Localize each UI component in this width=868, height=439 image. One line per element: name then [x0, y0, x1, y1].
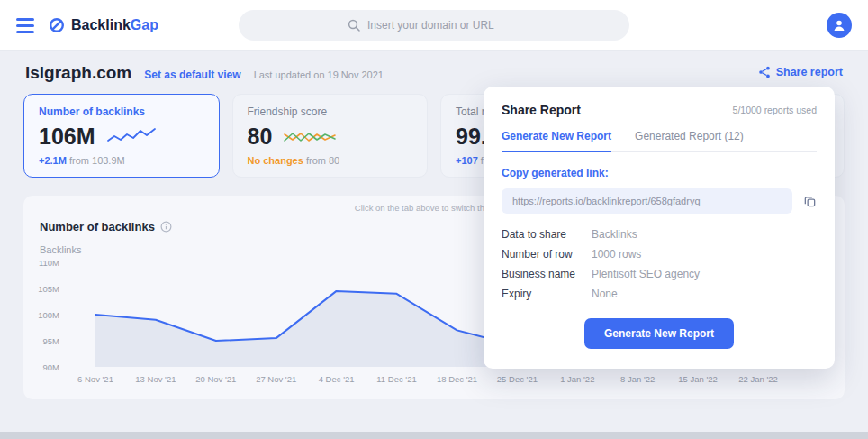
stat-card-delta: +2.1M from 103.9M	[39, 155, 204, 166]
sparkline-chart	[283, 126, 339, 148]
reports-usage-text: 5/1000 reports used	[733, 105, 817, 115]
page: BacklinkGap lsigraph.com Set as default …	[0, 0, 868, 439]
detail-label: Data to share	[502, 228, 592, 241]
delta-value: +107	[456, 155, 478, 166]
y-tick: 95M	[43, 336, 59, 346]
stat-card-friendship-score[interactable]: Friendship score 80 No changes from 80	[232, 94, 429, 178]
y-tick: 110M	[39, 258, 59, 268]
brand-logo[interactable]: BacklinkGap	[49, 17, 158, 33]
x-tick: 1 Jan '22	[560, 374, 594, 384]
delta-value: No changes	[248, 155, 303, 166]
topbar: BacklinkGap	[0, 0, 868, 50]
x-tick: 11 Dec '21	[376, 374, 416, 384]
modal-header: Share Report 5/1000 reports used	[502, 103, 817, 117]
delta-from: from 103.9M	[69, 155, 125, 166]
tab-generated-report[interactable]: Generated Report (12)	[635, 130, 744, 151]
brand-name-primary: Backlink	[71, 17, 131, 32]
x-tick: 4 Dec '21	[319, 374, 355, 384]
y-tick: 100M	[38, 310, 59, 320]
x-tick: 22 Jan '22	[738, 374, 778, 384]
brand-name-accent: Gap	[131, 17, 158, 32]
set-default-view-link[interactable]: Set as default view	[144, 69, 240, 81]
chart-title: Number of backlinks	[40, 220, 155, 233]
detail-label: Number of row	[502, 248, 592, 261]
x-tick: 13 Nov '21	[135, 374, 176, 384]
detail-value: 1000 rows	[592, 248, 641, 261]
detail-row: Data to share Backlinks	[502, 228, 817, 241]
detail-row: Number of row 1000 rows	[502, 248, 817, 261]
bottom-strip	[0, 432, 868, 439]
brand-icon	[49, 17, 65, 33]
stat-card-title: Number of backlinks	[39, 105, 204, 118]
generated-link-row: https://reports.io/backlinkreport/658gfa…	[502, 188, 817, 214]
x-tick: 25 Dec '21	[497, 374, 538, 384]
generated-link-field[interactable]: https://reports.io/backlinkreport/658gfa…	[502, 188, 792, 214]
page-header: lsigraph.com Set as default view Last up…	[25, 63, 843, 83]
share-report-button[interactable]: Share report	[758, 66, 843, 78]
user-avatar[interactable]	[827, 13, 852, 38]
x-tick: 18 Dec '21	[437, 374, 477, 384]
person-icon	[832, 18, 846, 32]
share-report-label: Share report	[776, 66, 843, 78]
detail-value: Backlinks	[592, 228, 637, 241]
search-icon	[348, 19, 360, 32]
x-tick: 20 Nov '21	[195, 374, 236, 384]
detail-row: Expiry None	[502, 288, 817, 300]
x-tick: 27 Nov '21	[256, 374, 296, 384]
y-tick: 105M	[38, 284, 59, 294]
page-title: lsigraph.com	[25, 63, 131, 83]
stat-card-value: 80	[248, 123, 273, 150]
x-tick: 15 Jan '22	[678, 374, 718, 384]
x-axis-labels: 6 Nov '21 13 Nov '21 20 Nov '21 27 Nov '…	[68, 374, 785, 385]
detail-label: Business name	[502, 268, 592, 280]
y-tick: 90M	[43, 362, 59, 372]
detail-label: Expiry	[502, 288, 592, 300]
sparkline-chart	[106, 126, 158, 148]
x-tick: 8 Jan '22	[620, 374, 655, 384]
delta-from: from 80	[306, 155, 339, 166]
info-icon[interactable]	[160, 221, 172, 233]
last-updated-text: Last updated on 19 Nov 2021	[254, 69, 384, 80]
stat-card-value: 106M	[39, 123, 95, 150]
stat-card-backlinks[interactable]: Number of backlinks 106M +2.1M from 103.…	[23, 94, 220, 178]
report-details: Data to share Backlinks Number of row 10…	[502, 228, 817, 300]
generate-new-report-button[interactable]: Generate New Report	[584, 318, 734, 349]
modal-tabs: Generate New Report Generated Report (12…	[502, 130, 817, 152]
share-icon	[758, 66, 771, 78]
brand-name: BacklinkGap	[71, 17, 158, 33]
domain-search-bar[interactable]	[239, 10, 629, 41]
detail-row: Business name Plentisoft SEO agency	[502, 268, 817, 280]
tab-generate-new-report[interactable]: Generate New Report	[502, 130, 611, 152]
copy-icon[interactable]	[803, 195, 817, 208]
detail-value: None	[592, 288, 618, 300]
stat-card-title: Friendship score	[248, 105, 413, 118]
menu-icon[interactable]	[16, 18, 34, 33]
modal-title: Share Report	[502, 103, 581, 117]
delta-value: +2.1M	[39, 155, 67, 166]
search-input[interactable]	[367, 19, 520, 32]
share-report-modal: Share Report 5/1000 reports used Generat…	[484, 87, 835, 369]
stat-card-delta: No changes from 80	[248, 155, 413, 166]
x-tick: 6 Nov '21	[77, 374, 113, 384]
y-axis-labels: 110M 105M 100M 95M 90M	[36, 262, 68, 367]
detail-value: Plentisoft SEO agency	[592, 268, 700, 280]
copy-link-label: Copy generated link:	[502, 167, 817, 179]
